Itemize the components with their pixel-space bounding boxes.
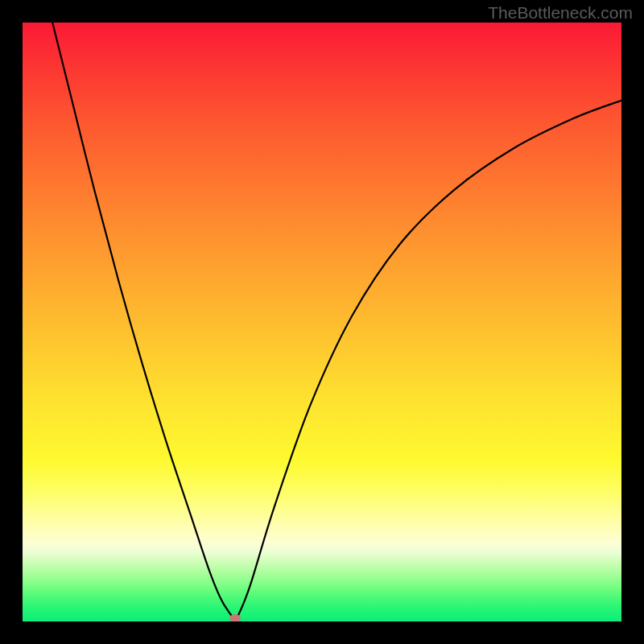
watermark-text: TheBottleneck.com <box>488 3 633 23</box>
bottleneck-curve <box>52 23 621 619</box>
plot-area <box>23 23 621 621</box>
minimum-marker <box>229 614 241 621</box>
curve-svg <box>23 23 621 621</box>
